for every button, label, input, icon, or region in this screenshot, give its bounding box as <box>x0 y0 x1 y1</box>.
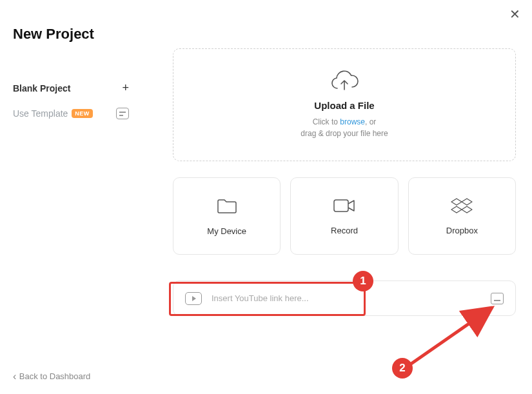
folder-icon <box>216 197 238 215</box>
svg-rect-0 <box>334 200 348 212</box>
template-icon <box>116 108 129 119</box>
upload-title: Upload a File <box>314 100 374 111</box>
card-record[interactable]: Record <box>290 177 398 255</box>
new-badge: NEW <box>72 109 93 118</box>
card-label: My Device <box>207 226 246 236</box>
page-title: New Project <box>13 26 129 43</box>
card-my-device[interactable]: My Device <box>173 177 281 255</box>
browse-link[interactable]: browse <box>340 117 365 126</box>
sidebar-item-label: Use Template <box>13 108 68 119</box>
sidebar-item-label: Blank Project <box>13 83 70 94</box>
youtube-link-input[interactable] <box>212 293 481 303</box>
subtitle-icon[interactable] <box>491 293 504 304</box>
plus-icon: + <box>122 81 129 95</box>
back-to-dashboard-link[interactable]: Back to Dashboard <box>13 371 90 382</box>
main-content: ✕ Upload a File Click to browse, or drag… <box>142 0 532 394</box>
youtube-link-row <box>173 281 516 316</box>
camera-icon <box>333 197 356 214</box>
card-dropbox[interactable]: Dropbox <box>408 177 516 255</box>
card-label: Dropbox <box>446 226 478 235</box>
close-icon[interactable]: ✕ <box>509 6 520 22</box>
card-label: Record <box>331 226 358 235</box>
dropbox-icon <box>451 197 473 214</box>
sidebar: New Project Blank Project + Use Template… <box>0 0 142 394</box>
upload-subtext: Click to browse, or drag & drop your fil… <box>300 116 388 139</box>
cloud-upload-icon <box>330 70 359 92</box>
upload-dropzone[interactable]: Upload a File Click to browse, or drag &… <box>173 48 516 161</box>
youtube-icon <box>185 292 202 305</box>
source-cards: My Device Record Dropbox <box>173 177 516 255</box>
sidebar-item-use-template[interactable]: Use Template NEW <box>13 101 129 126</box>
sidebar-item-blank-project[interactable]: Blank Project + <box>13 75 129 101</box>
